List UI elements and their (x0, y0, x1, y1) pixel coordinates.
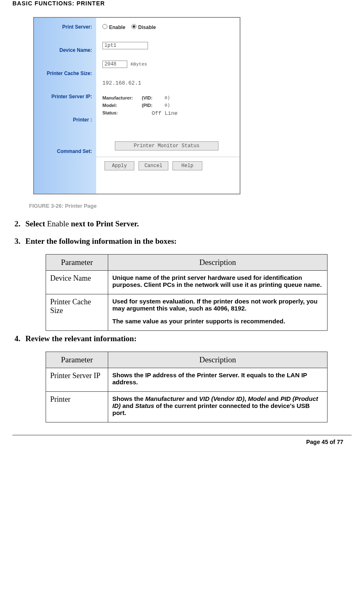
figure-caption: FIGURE 3-26: Printer Page (29, 203, 352, 209)
label-server-ip: Printer Server IP: (38, 94, 92, 100)
radio-disable-icon (131, 24, 136, 29)
help-button[interactable]: Help (172, 161, 202, 170)
param-name: Printer Cache Size (46, 294, 108, 331)
table-header: Parameter (46, 352, 108, 368)
pid-label: (PID: (142, 103, 165, 108)
label-print-server: Print Server: (38, 24, 92, 30)
param-name: Device Name (46, 271, 108, 294)
table-row: Printer Shows the Manufacturer and VID (… (46, 392, 328, 422)
status-label: Status: (102, 110, 142, 116)
parameters-table-2: Parameter Description Printer Server IP … (46, 352, 328, 422)
label-command-set: Command Set: (38, 148, 92, 154)
print-server-radio-group: Enable Disable (102, 24, 156, 30)
enable-option[interactable]: Enable (102, 24, 125, 30)
printer-monitor-status-button[interactable]: Printer Monitor Status (115, 141, 218, 150)
apply-button[interactable]: Apply (104, 161, 134, 170)
param-desc: Shows the IP address of the Printer Serv… (108, 368, 328, 392)
step-4: 4.Review the relevant information: (15, 334, 352, 343)
page-footer: Page 45 of 77 (12, 435, 352, 445)
device-name-input[interactable] (102, 42, 148, 49)
screenshot-figure: Print Server: Device Name: Printer Cache… (33, 17, 240, 194)
cache-size-input[interactable] (102, 61, 127, 68)
vid-value: 0) (165, 95, 170, 100)
table-header: Description (108, 255, 328, 271)
vid-label: (VID: (142, 95, 165, 100)
radio-enable-icon (102, 24, 107, 29)
pid-value: 0) (165, 103, 170, 108)
manufacturer-label: Manufacturer: (102, 95, 142, 100)
step-2: 2.Select Enable next to Print Server. (15, 219, 352, 228)
section-header: BASIC FUNCTIONS: PRINTER (12, 0, 352, 7)
printer-server-ip-value: 192.168.62.1 (102, 80, 141, 86)
param-name: Printer (46, 392, 108, 422)
settings-sidebar: Print Server: Device Name: Printer Cache… (34, 18, 96, 194)
table-row: Printer Cache Size Used for system evalu… (46, 294, 328, 331)
model-label: Model: (102, 103, 142, 108)
printer-info-block: Manufacturer: (VID: 0) Model: (PID: 0) S… (102, 95, 233, 116)
step-3: 3.Enter the following information in the… (15, 237, 352, 246)
label-cache-size: Printer Cache Size: (38, 70, 92, 76)
parameters-table-1: Parameter Description Device Name Unique… (46, 254, 328, 331)
table-header: Description (108, 352, 328, 368)
table-row: Device Name Unique name of the print ser… (46, 271, 328, 294)
label-device-name: Device Name: (38, 47, 92, 53)
param-desc: Used for system evaluation. If the print… (108, 294, 328, 331)
settings-panel: Enable Disable KBytes 192.168.62.1 Manuf… (96, 18, 240, 194)
kbytes-label: KBytes (131, 62, 147, 67)
label-printer: Printer : (38, 117, 92, 123)
param-desc: Shows the Manufacturer and VID (Vendor I… (108, 392, 328, 422)
param-name: Printer Server IP (46, 368, 108, 392)
param-desc: Unique name of the print server hardware… (108, 271, 328, 294)
disable-option[interactable]: Disable (131, 24, 156, 30)
status-value: Off Line (152, 110, 177, 116)
table-row: Printer Server IP Shows the IP address o… (46, 368, 328, 392)
table-header: Parameter (46, 255, 108, 271)
cancel-button[interactable]: Cancel (138, 161, 168, 170)
